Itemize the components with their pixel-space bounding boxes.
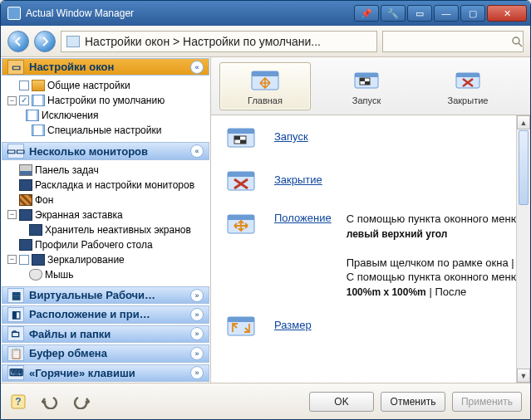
- chevron-down-icon: »: [190, 347, 204, 360]
- group-header-clipboard[interactable]: 📋 Буфер обмена »: [2, 344, 209, 362]
- virtual-desktops-icon: ▦: [7, 288, 24, 303]
- extra-button[interactable]: ▭: [407, 5, 432, 22]
- svg-text:?: ?: [15, 396, 21, 408]
- tree-item[interactable]: Хранитель неактивных экранов: [2, 222, 209, 237]
- clipboard-icon: 📋: [7, 346, 24, 361]
- redo-icon[interactable]: [69, 392, 92, 412]
- home-window-icon: [248, 67, 282, 94]
- group-header-virtual-desktops[interactable]: ▦ Виртуальные Рабочи… »: [2, 286, 209, 304]
- chevron-down-icon: »: [190, 366, 204, 379]
- breadcrumb-icon: [66, 36, 80, 47]
- titlebar: Actual Window Manager 📌 🔧 ▭ — ▢ ✕: [1, 1, 530, 26]
- startup-flag-icon: [350, 67, 383, 94]
- checkbox[interactable]: ✓: [19, 95, 29, 105]
- tree-item[interactable]: − Зеркалирование: [2, 252, 209, 267]
- tree-item[interactable]: Раскладка и настройки мониторов: [2, 178, 209, 193]
- detail-item-position[interactable]: Положение С помощью пункта оконного меню…: [226, 212, 524, 299]
- tree-window-settings: Общие настройки − ✓ Настройки по умолчан…: [1, 76, 210, 141]
- help-icon[interactable]: ?: [9, 392, 32, 412]
- svg-rect-5: [355, 73, 378, 77]
- svg-rect-21: [228, 317, 254, 322]
- close-window-icon: [451, 67, 484, 94]
- size-icon: [226, 314, 259, 342]
- scroll-up-button[interactable]: ▲: [517, 115, 530, 129]
- default-settings-icon: [32, 95, 45, 106]
- expand-toggle[interactable]: −: [7, 210, 17, 219]
- tab-startup[interactable]: Запуск: [321, 62, 412, 110]
- checkbox[interactable]: [19, 255, 29, 265]
- tree-item[interactable]: Общие настройки: [2, 78, 209, 93]
- detail-link[interactable]: Размер: [274, 314, 312, 331]
- navbar: Настройки окон > Настройки по умолчани..…: [1, 26, 530, 57]
- tree-item[interactable]: − Экранная заставка: [2, 208, 209, 222]
- main-panel: Главная Запуск Закрытие: [211, 57, 530, 383]
- monitors-icon: ▭▭: [7, 144, 24, 159]
- chevron-up-icon: «: [190, 61, 204, 74]
- detail-link[interactable]: Положение: [274, 207, 332, 224]
- tree-item[interactable]: Панель задач: [2, 163, 209, 178]
- cancel-button[interactable]: Отменить: [381, 392, 445, 412]
- forward-button[interactable]: [34, 31, 56, 52]
- tree-item[interactable]: Фон: [2, 193, 209, 208]
- detail-item-size[interactable]: Размер: [226, 314, 524, 342]
- svg-rect-15: [240, 140, 246, 144]
- checkbox[interactable]: [19, 81, 29, 90]
- tree-multimonitor: Панель задач Раскладка и настройки монит…: [1, 161, 210, 286]
- search-input[interactable]: [386, 32, 511, 51]
- detail-description: С помощью пункта оконного меню: левый ве…: [347, 212, 524, 299]
- tree-item[interactable]: Исключения: [2, 108, 209, 123]
- close-button[interactable]: ✕: [487, 5, 527, 22]
- search-icon[interactable]: [511, 34, 523, 49]
- svg-rect-17: [228, 172, 254, 177]
- detail-item-closing[interactable]: Закрытие: [226, 168, 524, 197]
- tree-item[interactable]: Мышь: [2, 267, 209, 282]
- pin-button[interactable]: 📌: [354, 5, 379, 22]
- background-icon: [19, 194, 32, 206]
- footer: ? OK Отменить Применить: [1, 383, 530, 419]
- scrollbar[interactable]: ▲ ▼: [516, 115, 530, 383]
- group-header-layout[interactable]: ◧ Расположение и при… »: [2, 305, 209, 323]
- detail-link[interactable]: Закрытие: [274, 168, 322, 186]
- svg-point-0: [513, 37, 519, 44]
- app-icon: [7, 7, 21, 20]
- ok-button[interactable]: OK: [309, 392, 374, 412]
- undo-icon[interactable]: [39, 392, 62, 412]
- detail-list: Запуск Закрытие Положение С помощью пу: [211, 115, 530, 383]
- group-header-multimonitor[interactable]: ▭▭ Несколько мониторов «: [2, 142, 209, 159]
- windows-icon: ▭: [7, 60, 24, 75]
- exclusions-icon: [26, 110, 39, 121]
- breadcrumb-text: Настройки окон > Настройки по умолчани..…: [85, 35, 321, 48]
- minimize-button[interactable]: —: [434, 5, 459, 22]
- svg-rect-14: [234, 136, 240, 140]
- close-window-icon: [226, 168, 259, 197]
- tree-item[interactable]: Профили Рабочего стола: [2, 237, 209, 252]
- expand-toggle[interactable]: −: [7, 255, 17, 264]
- tab-closing[interactable]: Закрытие: [422, 62, 514, 110]
- tree-item[interactable]: − ✓ Настройки по умолчанию: [2, 93, 209, 108]
- arrow-right-icon: [40, 37, 50, 46]
- breadcrumb-box[interactable]: Настройки окон > Настройки по умолчани..…: [61, 31, 377, 52]
- group-header-hotkeys[interactable]: ⌨ «Горячие» клавиши »: [2, 364, 209, 382]
- tool-button[interactable]: 🔧: [381, 5, 406, 22]
- position-icon: [226, 212, 259, 240]
- scroll-thumb[interactable]: [519, 130, 529, 205]
- detail-item-startup[interactable]: Запуск: [226, 125, 524, 154]
- maximize-button[interactable]: ▢: [460, 5, 485, 22]
- window-controls: 📌 🔧 ▭ — ▢ ✕: [352, 5, 527, 22]
- scroll-down-button[interactable]: ▼: [517, 369, 530, 383]
- group-header-window-settings[interactable]: ▭ Настройки окон «: [2, 58, 209, 76]
- tree-item[interactable]: Специальные настройки: [2, 123, 209, 138]
- apply-button[interactable]: Применить: [452, 392, 522, 412]
- special-settings-icon: [32, 125, 45, 136]
- chevron-down-icon: »: [190, 327, 204, 340]
- expand-toggle[interactable]: −: [7, 96, 17, 105]
- chevron-down-icon: »: [190, 289, 204, 302]
- svg-rect-10: [456, 73, 479, 77]
- settings-icon: [32, 80, 45, 91]
- tab-main[interactable]: Главная: [219, 62, 311, 110]
- back-button[interactable]: [7, 31, 29, 52]
- idle-saver-icon: [29, 224, 42, 236]
- group-header-files[interactable]: 🗀 Файлы и папки »: [2, 325, 209, 343]
- detail-link[interactable]: Запуск: [274, 125, 308, 143]
- app-window: Actual Window Manager 📌 🔧 ▭ — ▢ ✕ Настро…: [0, 0, 531, 420]
